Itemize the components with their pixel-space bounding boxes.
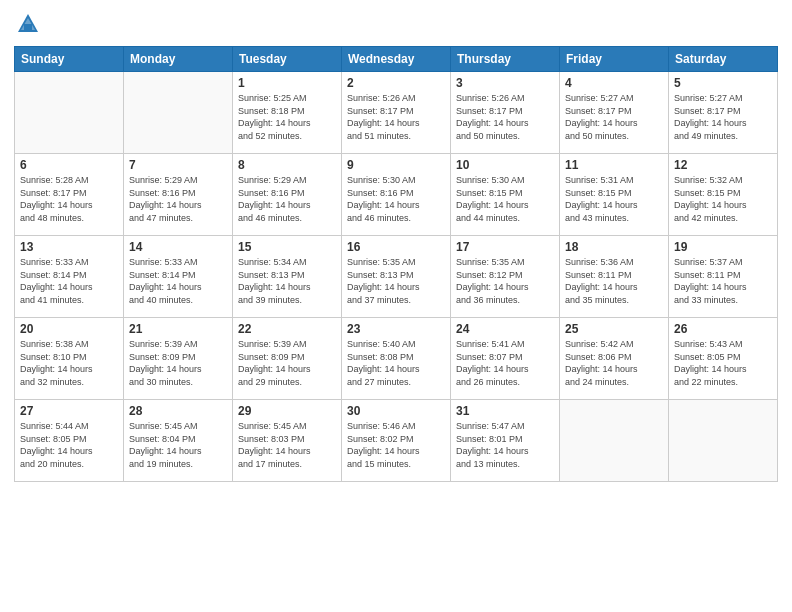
day-info: Sunrise: 5:35 AM Sunset: 8:13 PM Dayligh… [347, 256, 445, 306]
day-info: Sunrise: 5:42 AM Sunset: 8:06 PM Dayligh… [565, 338, 663, 388]
calendar-cell: 9Sunrise: 5:30 AM Sunset: 8:16 PM Daylig… [342, 154, 451, 236]
calendar-cell: 1Sunrise: 5:25 AM Sunset: 8:18 PM Daylig… [233, 72, 342, 154]
day-number: 25 [565, 322, 663, 336]
day-info: Sunrise: 5:30 AM Sunset: 8:15 PM Dayligh… [456, 174, 554, 224]
day-number: 24 [456, 322, 554, 336]
calendar-cell: 25Sunrise: 5:42 AM Sunset: 8:06 PM Dayli… [560, 318, 669, 400]
day-number: 18 [565, 240, 663, 254]
day-number: 2 [347, 76, 445, 90]
calendar-cell: 26Sunrise: 5:43 AM Sunset: 8:05 PM Dayli… [669, 318, 778, 400]
calendar-cell: 23Sunrise: 5:40 AM Sunset: 8:08 PM Dayli… [342, 318, 451, 400]
calendar-cell: 27Sunrise: 5:44 AM Sunset: 8:05 PM Dayli… [15, 400, 124, 482]
calendar-cell: 18Sunrise: 5:36 AM Sunset: 8:11 PM Dayli… [560, 236, 669, 318]
column-header-friday: Friday [560, 47, 669, 72]
calendar-cell: 10Sunrise: 5:30 AM Sunset: 8:15 PM Dayli… [451, 154, 560, 236]
day-info: Sunrise: 5:33 AM Sunset: 8:14 PM Dayligh… [129, 256, 227, 306]
calendar-week-row: 1Sunrise: 5:25 AM Sunset: 8:18 PM Daylig… [15, 72, 778, 154]
day-number: 27 [20, 404, 118, 418]
day-number: 28 [129, 404, 227, 418]
day-number: 13 [20, 240, 118, 254]
calendar-cell [124, 72, 233, 154]
calendar-cell: 5Sunrise: 5:27 AM Sunset: 8:17 PM Daylig… [669, 72, 778, 154]
calendar-cell: 17Sunrise: 5:35 AM Sunset: 8:12 PM Dayli… [451, 236, 560, 318]
day-number: 26 [674, 322, 772, 336]
day-info: Sunrise: 5:45 AM Sunset: 8:03 PM Dayligh… [238, 420, 336, 470]
calendar-week-row: 20Sunrise: 5:38 AM Sunset: 8:10 PM Dayli… [15, 318, 778, 400]
day-info: Sunrise: 5:35 AM Sunset: 8:12 PM Dayligh… [456, 256, 554, 306]
day-info: Sunrise: 5:36 AM Sunset: 8:11 PM Dayligh… [565, 256, 663, 306]
column-header-wednesday: Wednesday [342, 47, 451, 72]
day-info: Sunrise: 5:39 AM Sunset: 8:09 PM Dayligh… [238, 338, 336, 388]
day-number: 21 [129, 322, 227, 336]
day-info: Sunrise: 5:28 AM Sunset: 8:17 PM Dayligh… [20, 174, 118, 224]
calendar-header-row: SundayMondayTuesdayWednesdayThursdayFrid… [15, 47, 778, 72]
day-info: Sunrise: 5:27 AM Sunset: 8:17 PM Dayligh… [565, 92, 663, 142]
calendar-cell [669, 400, 778, 482]
day-number: 11 [565, 158, 663, 172]
day-info: Sunrise: 5:43 AM Sunset: 8:05 PM Dayligh… [674, 338, 772, 388]
day-info: Sunrise: 5:34 AM Sunset: 8:13 PM Dayligh… [238, 256, 336, 306]
day-number: 5 [674, 76, 772, 90]
calendar-cell: 29Sunrise: 5:45 AM Sunset: 8:03 PM Dayli… [233, 400, 342, 482]
calendar-cell: 28Sunrise: 5:45 AM Sunset: 8:04 PM Dayli… [124, 400, 233, 482]
calendar-cell: 2Sunrise: 5:26 AM Sunset: 8:17 PM Daylig… [342, 72, 451, 154]
calendar-week-row: 27Sunrise: 5:44 AM Sunset: 8:05 PM Dayli… [15, 400, 778, 482]
day-info: Sunrise: 5:27 AM Sunset: 8:17 PM Dayligh… [674, 92, 772, 142]
day-number: 10 [456, 158, 554, 172]
header [14, 10, 778, 38]
calendar-cell: 19Sunrise: 5:37 AM Sunset: 8:11 PM Dayli… [669, 236, 778, 318]
calendar-cell: 14Sunrise: 5:33 AM Sunset: 8:14 PM Dayli… [124, 236, 233, 318]
day-number: 31 [456, 404, 554, 418]
calendar-cell: 31Sunrise: 5:47 AM Sunset: 8:01 PM Dayli… [451, 400, 560, 482]
calendar-cell: 30Sunrise: 5:46 AM Sunset: 8:02 PM Dayli… [342, 400, 451, 482]
day-info: Sunrise: 5:38 AM Sunset: 8:10 PM Dayligh… [20, 338, 118, 388]
day-number: 4 [565, 76, 663, 90]
day-number: 22 [238, 322, 336, 336]
calendar-cell: 3Sunrise: 5:26 AM Sunset: 8:17 PM Daylig… [451, 72, 560, 154]
day-info: Sunrise: 5:26 AM Sunset: 8:17 PM Dayligh… [347, 92, 445, 142]
calendar-cell: 4Sunrise: 5:27 AM Sunset: 8:17 PM Daylig… [560, 72, 669, 154]
calendar-cell: 22Sunrise: 5:39 AM Sunset: 8:09 PM Dayli… [233, 318, 342, 400]
calendar-cell: 6Sunrise: 5:28 AM Sunset: 8:17 PM Daylig… [15, 154, 124, 236]
column-header-monday: Monday [124, 47, 233, 72]
calendar-week-row: 6Sunrise: 5:28 AM Sunset: 8:17 PM Daylig… [15, 154, 778, 236]
day-info: Sunrise: 5:44 AM Sunset: 8:05 PM Dayligh… [20, 420, 118, 470]
day-info: Sunrise: 5:32 AM Sunset: 8:15 PM Dayligh… [674, 174, 772, 224]
day-number: 12 [674, 158, 772, 172]
day-number: 19 [674, 240, 772, 254]
day-number: 8 [238, 158, 336, 172]
calendar-cell: 7Sunrise: 5:29 AM Sunset: 8:16 PM Daylig… [124, 154, 233, 236]
calendar-cell: 16Sunrise: 5:35 AM Sunset: 8:13 PM Dayli… [342, 236, 451, 318]
day-number: 16 [347, 240, 445, 254]
day-info: Sunrise: 5:39 AM Sunset: 8:09 PM Dayligh… [129, 338, 227, 388]
day-number: 15 [238, 240, 336, 254]
day-info: Sunrise: 5:46 AM Sunset: 8:02 PM Dayligh… [347, 420, 445, 470]
day-number: 30 [347, 404, 445, 418]
day-info: Sunrise: 5:25 AM Sunset: 8:18 PM Dayligh… [238, 92, 336, 142]
logo-icon [14, 10, 42, 38]
column-header-tuesday: Tuesday [233, 47, 342, 72]
day-number: 3 [456, 76, 554, 90]
calendar-cell: 20Sunrise: 5:38 AM Sunset: 8:10 PM Dayli… [15, 318, 124, 400]
day-info: Sunrise: 5:40 AM Sunset: 8:08 PM Dayligh… [347, 338, 445, 388]
day-info: Sunrise: 5:41 AM Sunset: 8:07 PM Dayligh… [456, 338, 554, 388]
calendar-cell: 21Sunrise: 5:39 AM Sunset: 8:09 PM Dayli… [124, 318, 233, 400]
day-info: Sunrise: 5:29 AM Sunset: 8:16 PM Dayligh… [129, 174, 227, 224]
calendar-cell: 11Sunrise: 5:31 AM Sunset: 8:15 PM Dayli… [560, 154, 669, 236]
calendar-cell: 15Sunrise: 5:34 AM Sunset: 8:13 PM Dayli… [233, 236, 342, 318]
calendar-table: SundayMondayTuesdayWednesdayThursdayFrid… [14, 46, 778, 482]
calendar-week-row: 13Sunrise: 5:33 AM Sunset: 8:14 PM Dayli… [15, 236, 778, 318]
column-header-saturday: Saturday [669, 47, 778, 72]
day-info: Sunrise: 5:30 AM Sunset: 8:16 PM Dayligh… [347, 174, 445, 224]
calendar-cell: 12Sunrise: 5:32 AM Sunset: 8:15 PM Dayli… [669, 154, 778, 236]
day-info: Sunrise: 5:31 AM Sunset: 8:15 PM Dayligh… [565, 174, 663, 224]
column-header-sunday: Sunday [15, 47, 124, 72]
day-info: Sunrise: 5:37 AM Sunset: 8:11 PM Dayligh… [674, 256, 772, 306]
calendar-cell [560, 400, 669, 482]
day-number: 14 [129, 240, 227, 254]
logo [14, 10, 46, 38]
day-number: 23 [347, 322, 445, 336]
day-number: 7 [129, 158, 227, 172]
calendar-cell: 24Sunrise: 5:41 AM Sunset: 8:07 PM Dayli… [451, 318, 560, 400]
day-number: 6 [20, 158, 118, 172]
